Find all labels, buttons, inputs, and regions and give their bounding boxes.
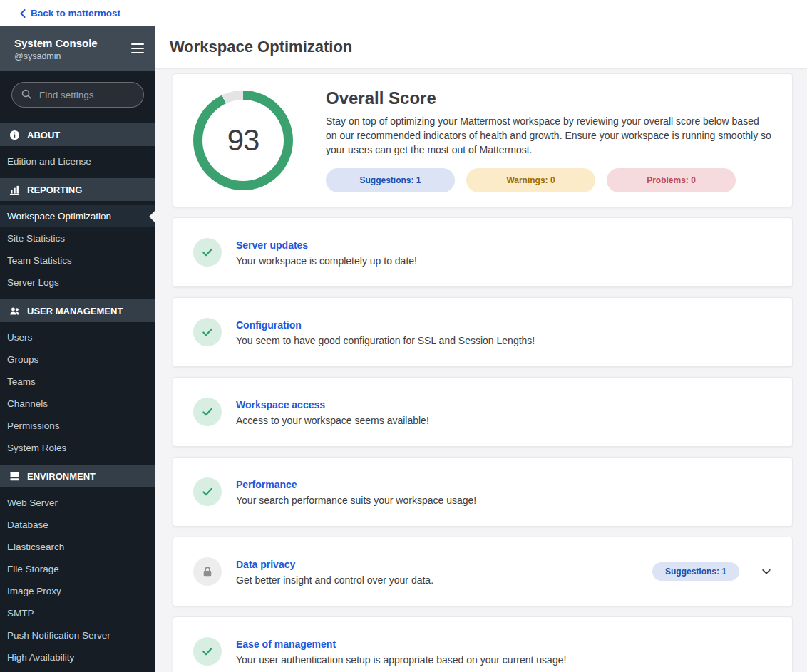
check-icon [193, 318, 222, 346]
overall-score-title: Overall Score [326, 88, 772, 108]
sidebar-item-database[interactable]: Database [0, 514, 155, 536]
sidebar-title: System Console [14, 36, 98, 50]
sidebar-item-high-availability[interactable]: High Availability [0, 646, 155, 668]
sidebar-item-permissions[interactable]: Permissions [0, 415, 155, 437]
card-title-ease-of-management[interactable]: Ease of management [236, 639, 336, 650]
card-description: Your user authentication setup is approp… [236, 654, 566, 666]
card-description: Get better insight and control over your… [236, 574, 433, 586]
content-area: 93 Overall Score Stay on top of optimizi… [155, 68, 807, 672]
chevron-left-icon [20, 9, 26, 18]
sidebar-item-file-storage[interactable]: File Storage [0, 558, 155, 580]
sidebar-item-elasticsearch[interactable]: Elasticsearch [0, 536, 155, 558]
sidebar-item-users[interactable]: Users [0, 326, 155, 348]
sidebar-item-web-server[interactable]: Web Server [0, 492, 155, 514]
problems-chip: Problems: 0 [607, 168, 736, 192]
overall-score-card: 93 Overall Score Stay on top of optimizi… [173, 73, 793, 207]
sidebar-item-rate-limiting[interactable]: Rate Limiting [0, 668, 155, 672]
section-user-management: USER MANAGEMENT Users Groups Teams Chann… [0, 299, 155, 459]
suggestions-chip: Suggestions: 1 [326, 168, 455, 192]
sidebar-item-system-roles[interactable]: System Roles [0, 437, 155, 459]
card-title-server-updates[interactable]: Server updates [236, 239, 308, 251]
lock-icon [193, 557, 222, 586]
users-icon [9, 306, 20, 316]
card-title-configuration[interactable]: Configuration [236, 319, 302, 331]
sidebar-item-smtp[interactable]: SMTP [0, 602, 155, 624]
section-about: ABOUT Edition and License [0, 123, 155, 172]
back-to-mattermost-link[interactable]: Back to mattermost [20, 8, 120, 19]
chevron-down-icon[interactable] [761, 566, 772, 577]
card-description: Access to your workspace seems available… [236, 415, 429, 426]
page-title: Workspace Optimization [170, 38, 352, 56]
suggestions-chip: Suggestions: 1 [652, 562, 739, 581]
section-label: ENVIRONMENT [27, 471, 96, 482]
section-label: USER MANAGEMENT [27, 306, 123, 316]
section-header-user-management: USER MANAGEMENT [0, 299, 155, 322]
sidebar-item-image-proxy[interactable]: Image Proxy [0, 580, 155, 602]
sidebar-item-channels[interactable]: Channels [0, 393, 155, 415]
section-header-about: ABOUT [0, 123, 155, 146]
card-description: Your search performance suits your works… [236, 495, 476, 506]
card-title-data-privacy[interactable]: Data privacy [236, 559, 295, 570]
card-description: Your workspace is completely up to date! [236, 255, 417, 267]
sidebar-item-server-logs[interactable]: Server Logs [0, 272, 155, 294]
sidebar-user: @sysadmin [14, 51, 98, 61]
check-icon [193, 238, 222, 267]
sidebar-item-team-statistics[interactable]: Team Statistics [0, 249, 155, 272]
score-ring: 93 [193, 91, 293, 190]
warnings-chip: Warnings: 0 [466, 168, 595, 192]
check-icon [193, 477, 222, 506]
card-title-performance[interactable]: Performance [236, 479, 297, 490]
info-icon [9, 130, 20, 140]
top-bar: Back to mattermost [0, 0, 807, 26]
sidebar-item-groups[interactable]: Groups [0, 348, 155, 371]
main-panel: Workspace Optimization 93 Overall Score … [155, 26, 807, 672]
menu-icon[interactable] [131, 43, 144, 53]
card-description: You seem to have good configuration for … [236, 335, 535, 346]
score-value: 93 [227, 123, 259, 157]
section-label: REPORTING [27, 185, 82, 195]
card-workspace-access: Workspace access Access to your workspac… [173, 377, 793, 447]
card-server-updates: Server updates Your workspace is complet… [173, 217, 793, 287]
card-performance: Performance Your search performance suit… [173, 457, 793, 527]
sidebar-item-workspace-optimization[interactable]: Workspace Optimization [0, 205, 155, 227]
section-label: ABOUT [27, 130, 60, 140]
system-console-sidebar: System Console @sysadmin ABOUT [0, 26, 155, 672]
section-environment: ENVIRONMENT Web Server Database Elastics… [0, 465, 155, 672]
bar-chart-icon [9, 185, 20, 195]
sidebar-item-site-statistics[interactable]: Site Statistics [0, 227, 155, 249]
score-chips: Suggestions: 1 Warnings: 0 Problems: 0 [326, 168, 772, 192]
environment-icon [9, 471, 20, 482]
check-icon [193, 637, 222, 666]
card-data-privacy: Data privacy Get better insight and cont… [173, 537, 793, 606]
card-configuration: Configuration You seem to have good conf… [173, 297, 793, 367]
sidebar-header: System Console @sysadmin [0, 26, 155, 71]
section-reporting: REPORTING Workspace Optimization Site St… [0, 178, 155, 294]
card-ease-of-management: Ease of management Your user authenticat… [173, 616, 793, 672]
section-header-reporting: REPORTING [0, 178, 155, 201]
section-header-environment: ENVIRONMENT [0, 465, 155, 487]
card-title-workspace-access[interactable]: Workspace access [236, 399, 325, 410]
overall-score-description: Stay on top of optimizing your Mattermos… [326, 114, 772, 157]
check-icon [193, 398, 222, 426]
sidebar-item-teams[interactable]: Teams [0, 371, 155, 393]
page-header: Workspace Optimization [155, 26, 807, 68]
sidebar-nav: ABOUT Edition and License REPORTING Work… [0, 119, 155, 672]
back-link-label: Back to mattermost [31, 8, 120, 19]
sidebar-item-edition-and-license[interactable]: Edition and License [0, 150, 155, 172]
sidebar-item-push-notification-server[interactable]: Push Notification Server [0, 624, 155, 646]
find-settings-input[interactable] [11, 82, 144, 108]
